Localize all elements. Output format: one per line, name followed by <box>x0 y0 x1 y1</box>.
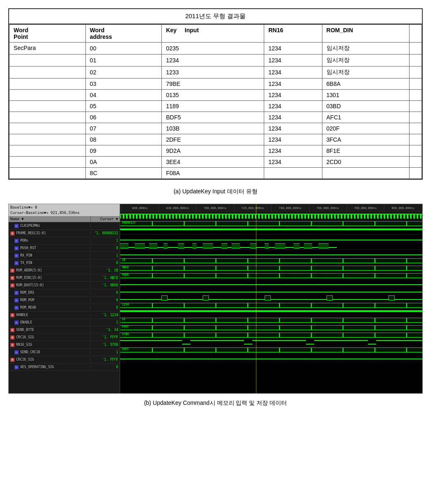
sig-value: 1 <box>91 238 120 243</box>
sim-signal-row: ⊞CRC16_SIG'1. FFFF <box>9 356 120 364</box>
sig-type-icon: ⊞ <box>10 358 14 362</box>
sig-value: '1. 5789 <box>91 342 120 347</box>
sig-type-icon: ▷ <box>14 224 19 228</box>
cell-extra <box>410 101 422 112</box>
signal-rows: ▷CLK1P92MHz⊞FRAME_REG[31:0]'1. 00000132▷… <box>9 222 120 371</box>
cell-col1 <box>9 123 86 134</box>
cell-extra <box>410 168 422 179</box>
sig-name: ⊞HANDLE <box>9 313 91 318</box>
cell-extra <box>410 67 422 78</box>
sig-type-icon: ⊞ <box>10 328 14 332</box>
sig-value: 0 <box>91 261 120 265</box>
cell-extra <box>410 145 422 157</box>
sim-container[interactable]: Baseline▼= 0 Cursor–Baseline▼= 921,856,5… <box>8 204 423 394</box>
sig-type-icon: ▷ <box>14 291 19 295</box>
sig-name: ▷PUSH_RST <box>9 246 91 251</box>
sig-name: ⊞ROM_ADDR[5:0] <box>9 268 91 273</box>
sig-name-text: CRC16_SIG <box>16 358 34 361</box>
sig-name: ▷ROM_READ <box>9 305 91 310</box>
sig-name: ⊞CRC16_SIG <box>9 357 91 362</box>
cell-col4: 1234 <box>264 101 322 112</box>
cell-col3: 0135 <box>162 90 264 101</box>
sig-type-icon: ⊞ <box>10 269 14 273</box>
sig-value: '1. 34 <box>91 328 120 332</box>
table-row: 07103B1234020F <box>9 123 422 134</box>
sim-signal-row: ⊞SEND_BYTE'1. 34 <box>9 326 120 334</box>
sig-value: 1 <box>91 253 120 258</box>
table-title: 2011년도 무형 결과물 <box>9 9 422 24</box>
cell-col2: 02 <box>85 67 162 78</box>
table-row: 04013512341301 <box>9 90 422 101</box>
sim-left-panel: Baseline▼= 0 Cursor–Baseline▼= 921,856,5… <box>9 204 120 393</box>
sim-signal-row: ▷SEND_CRC181 <box>9 349 120 356</box>
sig-type-icon: ⊞ <box>10 313 14 317</box>
timeline-mark: 760,000,000ns <box>309 204 346 212</box>
sig-name-text: ROM_DIN[15:0] <box>16 276 42 280</box>
sig-type-icon: ▷ <box>14 298 19 302</box>
sim-header: Baseline▼= 0 Cursor–Baseline▼= 921,856,5… <box>9 204 120 216</box>
sig-name: ▷TX_PIN <box>9 261 91 266</box>
cell-col1 <box>9 157 86 168</box>
sig-type-icon: ▷ <box>14 306 19 310</box>
table-section: 2011년도 무형 결과물 Word Point Word address Ke… <box>8 8 423 195</box>
cell-col5: 1301 <box>322 90 409 101</box>
sig-name-text: CLK1P92MHz <box>20 224 40 228</box>
table-row: 8CF08A <box>9 168 422 179</box>
sig-type-icon: ▷ <box>14 239 19 243</box>
table-row: 0379BE12346B8A <box>9 78 422 90</box>
sig-row <box>120 294 422 302</box>
cell-col1 <box>9 134 86 145</box>
table-row: 099D2A12348F1E <box>9 145 422 157</box>
sim-signal-row: ▷PUSH_RST0 <box>9 245 120 252</box>
sig-value: '1. FFFF <box>91 357 120 362</box>
sig-name: ▷CLK1P92MHz <box>9 223 91 228</box>
cell-col5: 2CD0 <box>322 157 409 168</box>
sig-type-icon: ⊞ <box>10 343 14 347</box>
cell-col3: 1233 <box>162 67 264 78</box>
sig-name-text: CRC16_SIG <box>16 335 34 339</box>
cell-col4: 1234 <box>264 112 322 123</box>
col-cursor-header: Cursor ▼ <box>91 216 120 222</box>
cell-col5: 8F1E <box>322 145 409 157</box>
sig-name: ▷PORn <box>9 238 91 243</box>
sig-name: ⊞FRAME_REG[31:0] <box>9 231 91 236</box>
sig-row: 28 <box>120 257 422 264</box>
sig-row <box>120 235 422 242</box>
col-header-2: Word address <box>85 25 162 43</box>
sim-col-headers: Name ▼ Cursor ▼ <box>9 216 120 222</box>
timeline-mark: 780,000,000ns <box>346 204 384 212</box>
sig-type-icon: ▷ <box>14 350 19 354</box>
sig-type-icon: ▷ <box>14 261 19 265</box>
sig-value: 0 <box>91 365 120 369</box>
cell-col3: BDF5 <box>162 112 264 123</box>
cell-col3: F08A <box>162 168 264 179</box>
sig-name-text: FRAME_REG[31:0] <box>16 231 46 235</box>
sig-row: 5789 <box>120 331 422 339</box>
sig-name: ⊞ROM_DIN[15:0] <box>9 276 91 281</box>
cell-col1 <box>9 55 86 67</box>
cell-extra <box>410 43 422 55</box>
cell-col1 <box>9 78 86 90</box>
cell-col2: 05 <box>85 101 162 112</box>
sig-name: ▷AES_OPERATING_SIG <box>9 365 91 370</box>
cell-col2: 03 <box>85 78 162 90</box>
sig-row <box>120 354 422 361</box>
cell-col3: 1234 <box>162 55 264 67</box>
sig-row: 00000132 <box>120 220 422 227</box>
sig-row: ABCD <box>120 264 422 272</box>
sig-name-text: TX_PIN <box>20 261 32 265</box>
sig-row <box>120 212 422 220</box>
table-row: 0A3EE412342CD0 <box>9 157 422 168</box>
caption-a: (a) UpdateKey Input 데이터 유형 <box>8 188 423 195</box>
sig-value: 0 <box>91 305 120 310</box>
cell-col1 <box>9 90 86 101</box>
sim-signal-row: ▷ROM_ERS0 <box>9 289 120 297</box>
sig-value: 0 <box>91 246 120 250</box>
table-row: 06BDF51234AFC1 <box>9 112 422 123</box>
table-row: 0212331234임시저장 <box>9 67 422 78</box>
table-row: 051189123403BD <box>9 101 422 112</box>
cell-col4 <box>264 168 322 179</box>
sig-row: FFFF <box>120 346 422 354</box>
sig-row <box>120 227 422 235</box>
cell-col2: 07 <box>85 123 162 134</box>
